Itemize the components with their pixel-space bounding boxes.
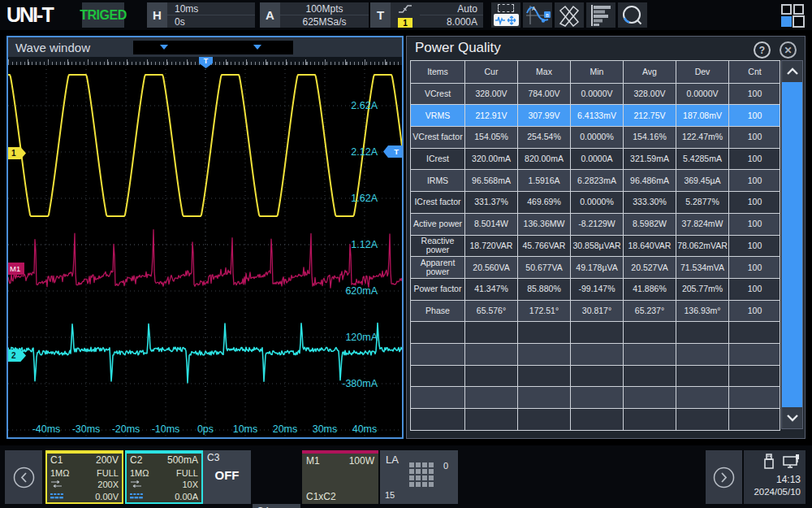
column-header: Items bbox=[411, 61, 464, 83]
table-row[interactable]: ICrest factor331.37%469.69%0.0000%333.30… bbox=[411, 191, 780, 213]
table-row[interactable]: VCrest328.00V784.00V0.0000V328.00V0.0000… bbox=[411, 83, 780, 105]
table-row[interactable] bbox=[411, 386, 780, 408]
table-cell: Active power bbox=[411, 214, 464, 235]
table-cell bbox=[728, 409, 780, 430]
x-axis-label: -30ms bbox=[72, 423, 101, 435]
column-header: Min bbox=[570, 61, 623, 83]
x-axis-label: 40ms bbox=[352, 423, 378, 435]
wave-window-dropdowns[interactable] bbox=[133, 41, 293, 54]
la-channel-dot bbox=[409, 469, 414, 474]
coupling-icon bbox=[130, 480, 142, 489]
table-cell bbox=[411, 322, 464, 343]
table-row[interactable] bbox=[411, 343, 780, 365]
wave-window-titlebar[interactable]: Wave window bbox=[8, 37, 402, 57]
table-cell bbox=[411, 344, 464, 365]
column-header: Cur bbox=[464, 61, 517, 83]
table-cell: 333.30% bbox=[623, 192, 676, 213]
table-row[interactable]: Active power8.5014W136.36MW-8.2129W8.598… bbox=[411, 213, 780, 235]
ab-waveform-icon: A B bbox=[525, 4, 551, 26]
c1-scale: 200V bbox=[96, 454, 119, 466]
table-cell: 307.99V bbox=[517, 105, 570, 126]
wave-window-title: Wave window bbox=[15, 41, 90, 54]
la-channel-dot bbox=[416, 482, 421, 487]
table-cell: 100 bbox=[728, 192, 780, 213]
close-icon[interactable]: ✕ bbox=[780, 41, 797, 59]
channel3-card[interactable]: C3 OFF bbox=[203, 450, 251, 504]
table-cell: 331.37% bbox=[464, 192, 517, 213]
table-cell: 0.0000V bbox=[676, 84, 728, 105]
help-icon[interactable]: ? bbox=[754, 41, 771, 59]
next-page-button[interactable] bbox=[706, 450, 742, 504]
table-row[interactable]: Reactive power18.720VAR45.766VAR30.858µV… bbox=[411, 235, 780, 257]
ab-cursor-button[interactable]: A B bbox=[523, 2, 552, 28]
acquire-settings[interactable]: A 100Mpts 625MSa/s bbox=[260, 2, 369, 28]
la-id: LA bbox=[386, 454, 399, 466]
prev-page-button[interactable] bbox=[5, 450, 42, 504]
scroll-down-button[interactable] bbox=[782, 407, 802, 428]
search-loop-button[interactable] bbox=[618, 2, 647, 28]
table-cell: 154.16% bbox=[623, 127, 676, 148]
table-header-row: ItemsCurMaxMinAvgDevCnt bbox=[411, 61, 780, 83]
usb-icon bbox=[762, 454, 775, 473]
channel1-card[interactable]: C1200V 1MΩFULL 200X 0.00V bbox=[45, 450, 123, 504]
status-area[interactable]: 14:13 2024/05/10 bbox=[744, 450, 806, 504]
table-row[interactable]: ICrest320.00mA820.00mA0.0000A321.59mA5.4… bbox=[411, 148, 780, 170]
x-axis-label: -10ms bbox=[152, 423, 180, 435]
table-cell bbox=[464, 409, 517, 430]
scrollbar[interactable] bbox=[781, 60, 803, 429]
tools-button[interactable] bbox=[555, 2, 584, 28]
math1-card[interactable]: M1100W C1xC2 bbox=[302, 450, 378, 504]
table-cell: 100 bbox=[728, 236, 780, 257]
window-layout-button[interactable] bbox=[780, 2, 806, 28]
table-cell: 96.568mA bbox=[464, 170, 517, 191]
table-cell: 784.00V bbox=[517, 84, 570, 105]
table-cell: 1.5916A bbox=[517, 170, 570, 191]
waveform-plot[interactable]: 2.62A2.12A1.62A1.12A620mA120mA-380mA -40… bbox=[8, 65, 402, 437]
logic-analyzer-card[interactable]: LA 0 15 bbox=[380, 450, 458, 504]
table-row[interactable] bbox=[411, 321, 780, 343]
channel2-card[interactable]: C2500mA 1MΩFULL 10X 0.00A bbox=[125, 450, 203, 504]
time-ruler[interactable]: T bbox=[8, 57, 402, 65]
table-cell bbox=[676, 409, 728, 430]
table-row[interactable]: IRMS96.568mA1.5916A6.2823mA96.486mA369.4… bbox=[411, 169, 780, 191]
table-cell: 71.534mVA bbox=[676, 257, 728, 278]
table-row[interactable]: VCrest factor154.05%254.54%0.0000%154.16… bbox=[411, 126, 780, 148]
clock-time: 14:13 bbox=[776, 474, 801, 486]
table-cell bbox=[570, 344, 623, 365]
c2-impedance: 1MΩ bbox=[130, 468, 149, 478]
zoom-pan-mode-button[interactable] bbox=[491, 2, 520, 28]
table-cell: 122.47m% bbox=[676, 127, 728, 148]
scroll-up-button[interactable] bbox=[782, 61, 802, 82]
table-cell: 100 bbox=[728, 301, 780, 322]
x-axis-label: -40ms bbox=[32, 423, 61, 435]
measure-list-button[interactable] bbox=[586, 2, 615, 28]
table-cell: -99.147% bbox=[570, 279, 623, 300]
time-scale: 10ms bbox=[167, 2, 255, 15]
la-channel-dot bbox=[429, 469, 434, 474]
trigger-settings[interactable]: T 1 Auto 8.000A bbox=[370, 2, 483, 28]
table-row[interactable]: Power factor41.347%85.880%-99.147%41.886… bbox=[411, 278, 780, 300]
table-cell: 100 bbox=[728, 214, 780, 235]
table-cell: 30.858µVAR bbox=[570, 236, 623, 257]
memory-depth: 100Mpts bbox=[280, 2, 369, 15]
table-row[interactable] bbox=[411, 408, 780, 430]
clock-date: 2024/05/10 bbox=[754, 486, 801, 497]
horizontal-settings[interactable]: H 10ms 0s bbox=[147, 2, 255, 28]
c2-id: C2 bbox=[130, 454, 142, 466]
table-row[interactable]: Apparent power20.560VA50.677VA49.178µVA2… bbox=[411, 256, 780, 278]
table-cell: 154.05% bbox=[464, 127, 517, 148]
column-header: Max bbox=[517, 61, 570, 83]
channel4-card[interactable]: C4 OFF bbox=[253, 504, 300, 508]
remote-display-icon bbox=[783, 454, 801, 473]
table-cell: 820.00mA bbox=[517, 149, 570, 170]
table-cell bbox=[623, 366, 676, 387]
table-row[interactable]: Phase65.576°172.51°30.817°65.237°136.93m… bbox=[411, 300, 780, 322]
chevron-left-circle-icon bbox=[13, 467, 35, 488]
table-row[interactable] bbox=[411, 365, 780, 387]
table-cell: 45.766VAR bbox=[517, 236, 570, 257]
table-row[interactable]: VRMS212.91V307.99V6.4133mV212.75V187.08m… bbox=[411, 104, 780, 126]
math1-marker[interactable]: M1 bbox=[8, 263, 24, 275]
y-axis-label: 2.12A bbox=[351, 146, 378, 158]
la-channel-dot bbox=[429, 462, 434, 467]
table-cell: 205.77m% bbox=[676, 279, 728, 300]
